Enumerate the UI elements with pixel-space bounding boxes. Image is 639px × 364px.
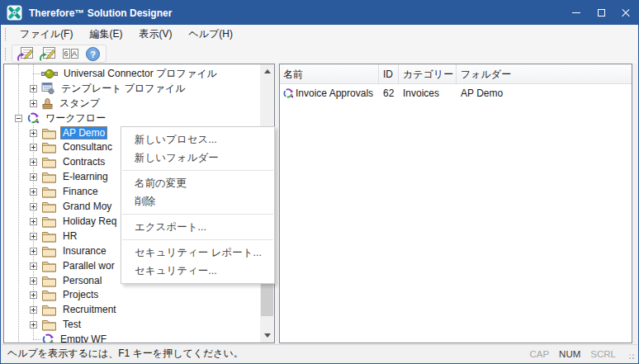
list-panel: 名前 ID カテゴリー フォルダー Invoice Approvals 62 I…	[279, 64, 632, 343]
expand-plus-icon[interactable]	[30, 306, 37, 314]
titlebar[interactable]: Therefore™ Solution Designer	[1, 1, 638, 25]
menu-edit[interactable]: 編集(E)	[81, 25, 130, 44]
folder-icon	[41, 215, 57, 228]
menubar: ファイル(F) 編集(E) 表示(V) ヘルプ(H)	[2, 25, 637, 44]
toolbar-grip[interactable]	[5, 48, 6, 60]
expand-plus-icon[interactable]	[30, 173, 37, 181]
expand-plus-icon[interactable]	[30, 262, 37, 270]
tree-item-label: スタンプ	[57, 96, 102, 111]
workflow-icon	[282, 87, 294, 99]
scroll-lock-indicator: SCRL	[590, 349, 616, 359]
expand-plus-icon[interactable]	[30, 85, 37, 92]
folder-icon	[41, 260, 57, 272]
menu-item-new-folder[interactable]: 新しいフォルダー	[121, 149, 274, 167]
minimize-button[interactable]	[564, 1, 589, 25]
expand-plus-icon[interactable]	[30, 130, 37, 137]
column-header-category[interactable]: カテゴリー	[399, 64, 457, 84]
stamp-icon	[41, 97, 54, 110]
tree-item-label: ワークフロー	[43, 111, 108, 125]
arrow-up-icon	[264, 66, 271, 73]
expand-plus-icon[interactable]	[30, 158, 37, 166]
form-pencil-green-arrow-icon	[39, 46, 57, 62]
folder-icon	[41, 156, 57, 168]
resize-grip[interactable]	[632, 357, 634, 359]
menu-separator	[122, 214, 273, 215]
arrow-down-icon	[264, 333, 271, 341]
tree-item-label: Insurance	[60, 244, 109, 258]
menu-item-export[interactable]: エクスポート...	[121, 218, 274, 236]
close-button[interactable]	[613, 1, 638, 25]
expand-plus-icon[interactable]	[30, 203, 37, 210]
translate-labels-button[interactable]: 6A	[60, 45, 80, 62]
connector-icon	[41, 69, 58, 79]
tree-item-template-profiles[interactable]: テンプレート プロファイル	[4, 81, 259, 96]
menu-separator	[122, 170, 273, 171]
tree-item-label: Finance	[60, 185, 101, 198]
scroll-up-button[interactable]	[260, 64, 274, 78]
tree-item-workflow[interactable]: ワークフロー	[4, 111, 259, 125]
folder-icon	[41, 289, 57, 301]
expand-plus-icon[interactable]	[30, 248, 37, 255]
folder-icon	[41, 141, 57, 154]
maximize-icon	[598, 9, 605, 17]
tree-item-recruitment[interactable]: Recruitment	[4, 302, 259, 317]
expand-plus-icon[interactable]	[30, 100, 37, 107]
expand-plus-icon[interactable]	[30, 188, 37, 196]
help-icon: ?	[86, 47, 100, 61]
tree-item-test[interactable]: Test	[4, 317, 259, 332]
list-header: 名前 ID カテゴリー フォルダー	[280, 64, 632, 84]
tree-item-universal-connector[interactable]: Universal Connector プロファイル	[4, 66, 259, 81]
menu-item-delete[interactable]: 削除	[121, 192, 274, 210]
tree-item-label: AP Demo	[60, 126, 107, 139]
workflow-icon	[26, 111, 40, 125]
form-pencil-purple-arrow-button[interactable]	[16, 45, 36, 62]
form-pencil-green-arrow-button[interactable]	[38, 45, 58, 62]
tree-item-label: Parallel wor	[60, 259, 117, 272]
tree-item-stamps[interactable]: スタンプ	[4, 96, 259, 111]
menu-item-rename[interactable]: 名前の変更	[121, 174, 274, 192]
expand-plus-icon[interactable]	[30, 144, 37, 151]
menu-help[interactable]: ヘルプ(H)	[180, 25, 241, 44]
folder-icon	[41, 186, 57, 198]
template-profile-icon	[41, 82, 55, 95]
collapse-minus-icon[interactable]	[15, 115, 22, 122]
maximize-button[interactable]	[589, 1, 613, 25]
folder-icon	[41, 245, 57, 258]
folder-icon	[41, 127, 57, 139]
expand-plus-icon[interactable]	[30, 218, 37, 225]
menubar-grip[interactable]	[5, 28, 6, 40]
num-lock-indicator: NUM	[559, 349, 580, 359]
help-button[interactable]: ?	[83, 45, 102, 62]
folder-icon	[41, 304, 57, 316]
column-header-folder[interactable]: フォルダー	[457, 64, 632, 84]
folder-icon	[41, 319, 57, 331]
folder-icon	[41, 230, 57, 243]
minimize-icon	[572, 12, 580, 13]
expand-plus-icon[interactable]	[30, 233, 37, 240]
menu-file[interactable]: ファイル(F)	[12, 25, 81, 44]
menu-item-security-report[interactable]: セキュリティー レポート...	[121, 243, 274, 262]
column-header-id[interactable]: ID	[379, 64, 399, 84]
cell-folder: AP Demo	[457, 87, 632, 99]
folder-icon	[41, 171, 57, 183]
tree-item-label: HR	[60, 229, 79, 243]
expand-plus-icon[interactable]	[30, 277, 37, 285]
tree-item-empty-wf[interactable]: Empty WF	[4, 332, 259, 343]
tree-item-label: Consultanc	[60, 140, 115, 154]
menu-item-security[interactable]: セキュリティー...	[121, 262, 274, 280]
menu-item-new-process[interactable]: 新しいプロセス...	[121, 130, 274, 149]
scroll-down-button[interactable]	[260, 329, 274, 343]
menu-view[interactable]: 表示(V)	[130, 25, 180, 44]
tree-item-label: Holiday Req	[60, 215, 119, 228]
tree-item-projects[interactable]: Projects	[4, 287, 259, 302]
tree-item-label: Projects	[60, 288, 101, 301]
cell-name: Invoice Approvals	[296, 87, 373, 99]
svg-text:?: ?	[90, 49, 96, 59]
expand-plus-icon[interactable]	[30, 321, 37, 329]
column-header-name[interactable]: 名前	[280, 64, 379, 84]
list-row-invoice-approvals[interactable]: Invoice Approvals 62 Invoices AP Demo	[280, 84, 632, 102]
folder-icon	[41, 201, 57, 213]
form-pencil-purple-arrow-icon	[17, 46, 35, 62]
expand-plus-icon[interactable]	[30, 291, 37, 299]
status-help-text: ヘルプを表示するには、F1 キーを押してください。	[7, 347, 244, 361]
